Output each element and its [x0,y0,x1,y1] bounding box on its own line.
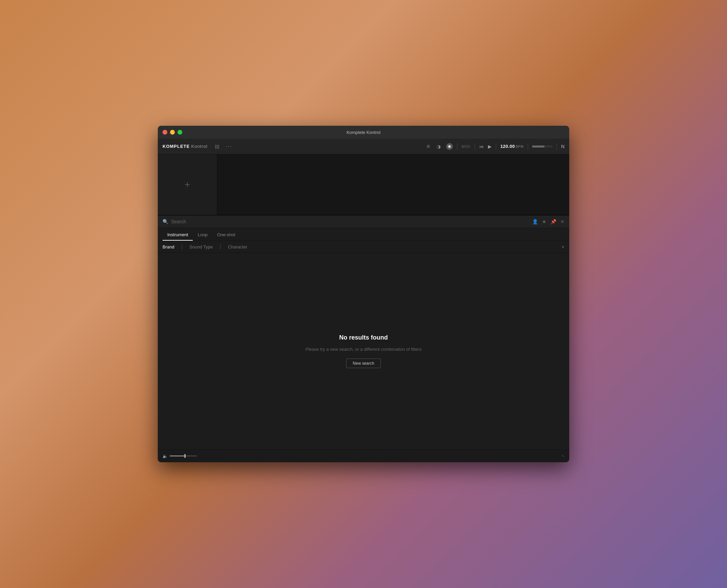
add-plugin-icon: + [185,179,190,190]
close-button[interactable] [163,130,167,135]
separator-2: | [220,244,221,250]
headphones-icon[interactable]: ◉ [446,143,453,150]
divider-5 [557,143,557,150]
play-button[interactable]: ▶ [488,144,492,149]
volume-thumb[interactable] [184,454,186,458]
search-input-wrapper: 🔍 [163,219,529,224]
ni-logo-icon: Ν [561,144,564,149]
main-content: No results found Please try a new search… [158,253,569,449]
plugin-area: + [158,154,569,215]
logo-komplete: KOMPLETE [163,144,190,149]
favorites-icon[interactable]: ★ [542,219,546,224]
skip-back-icon[interactable]: ⏮ [479,144,484,149]
minimize-button[interactable] [170,130,175,135]
window-controls [163,130,182,135]
logo: KOMPLETE Kontrol [163,144,207,149]
more-options-icon[interactable]: ··· [224,143,234,150]
midi-label: MIDI [461,144,471,149]
volume-fill [170,455,185,456]
search-bar: 🔍 👤 ★ 📌 ✕ [158,215,569,228]
filter-brand[interactable]: Brand [163,244,180,249]
filter-row: Brand | Sound Type | Character ∨ [158,241,569,253]
app-window: Komplete Kontrol KOMPLETE Kontrol ||| ··… [158,126,569,462]
level-meter [532,145,553,148]
volume-icon: 🔈 [163,454,168,459]
plugin-content [217,154,569,215]
tab-one-shot[interactable]: One-shot [212,228,240,241]
new-search-button[interactable]: New search [346,359,381,368]
equalizer-icon[interactable]: ≡ [425,143,431,150]
bpm-unit: BPM [515,145,524,149]
pin-icon[interactable]: 📌 [551,219,556,224]
library-icon[interactable]: ||| [214,143,221,150]
circle-icon[interactable]: ◑ [435,143,442,150]
bottom-bar: 🔈 ⤡ [158,449,569,462]
volume-slider[interactable] [170,455,197,456]
divider-1 [457,143,457,150]
divider-3 [496,143,496,150]
window-title: Komplete Kontrol [346,130,381,135]
browser: 🔍 👤 ★ 📌 ✕ Instrument Loop One-shot [158,215,569,449]
tab-loop[interactable]: Loop [193,228,212,241]
filter-character[interactable]: Character [222,244,253,249]
search-icon: 🔍 [163,219,168,224]
tab-instrument[interactable]: Instrument [163,228,193,241]
title-bar: Komplete Kontrol [158,126,569,139]
filter-sound-type[interactable]: Sound Type [184,244,218,249]
bpm-display[interactable]: 120.00BPM [500,144,524,149]
add-plugin-slot[interactable]: + [158,154,217,215]
resize-handle[interactable]: ⤡ [561,454,564,458]
toolbar: KOMPLETE Kontrol ||| ··· ≡ ◑ ◉ MIDI ⏮ ▶ … [158,139,569,154]
search-actions: 👤 ★ 📌 ✕ [532,219,564,224]
logo-kontrol: Kontrol [191,144,207,149]
clear-search-icon[interactable]: ✕ [560,219,564,224]
search-input[interactable] [171,219,529,224]
divider-4 [528,143,528,150]
tabs: Instrument Loop One-shot [158,228,569,241]
separator-1: | [181,244,183,250]
toolbar-right: ≡ ◑ ◉ MIDI ⏮ ▶ 120.00BPM Ν [425,143,564,150]
maximize-button[interactable] [177,130,182,135]
divider-2 [475,143,475,150]
no-results-title: No results found [339,334,388,341]
no-results-subtitle: Please try a new search, or a different … [305,347,422,352]
filter-expand-icon[interactable]: ∨ [561,244,564,249]
user-filter-icon[interactable]: 👤 [532,219,538,224]
